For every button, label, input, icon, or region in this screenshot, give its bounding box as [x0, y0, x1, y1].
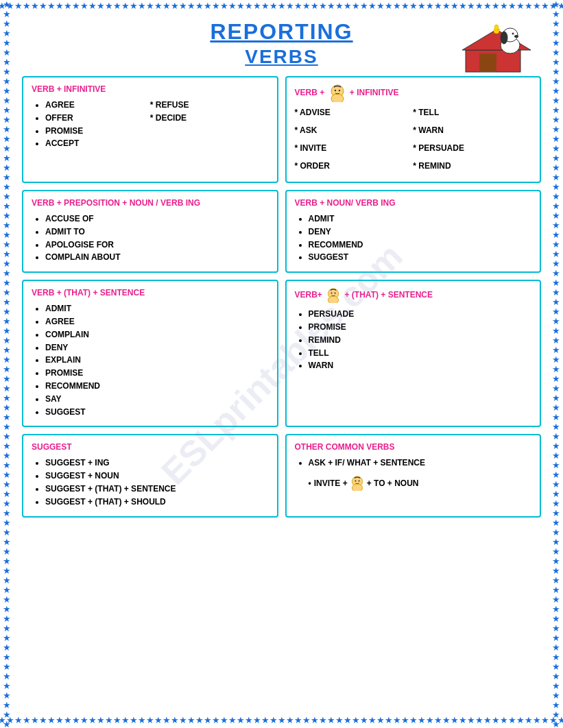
- stars-left-border: ★★★★★★★★★★★★★★★★★★★★★★★★★★★★★★★★★★★★★★★★…: [1, 0, 12, 728]
- list-item: PROMISE: [309, 321, 532, 333]
- list-item: ADMIT: [309, 213, 532, 225]
- list-item: COMPLAIN ABOUT: [45, 252, 269, 263]
- list-item: AGREE: [45, 99, 150, 111]
- stars-right-border: ★★★★★★★★★★★★★★★★★★★★★★★★★★★★★★★★★★★★★★★★…: [551, 0, 562, 728]
- verb-obj-infinitive-title: VERB + + INFINITIVE: [295, 84, 532, 102]
- stars-bottom-border: ★★★★★★★★★★★★★★★★★★★★★★★★★★★★★★★★★★★★★★★★…: [0, 716, 563, 727]
- title-infinitive-end: + INFINITIVE: [350, 88, 399, 97]
- list-item: SUGGEST + (THAT) + SHOULD: [45, 496, 269, 508]
- verb-prep-noun-box: VERB + PREPOSITION + NOUN / VERB ING ACC…: [22, 190, 278, 273]
- suggest-title: SUGGEST: [32, 442, 269, 452]
- verb-that-sentence-list: ADMIT AGREE COMPLAIN DENY EXPLAIN PROMIS…: [32, 303, 269, 417]
- row-3: VERB + (THAT) + SENTENCE ADMIT AGREE COM…: [22, 280, 541, 427]
- list-item: DENY: [309, 226, 532, 238]
- charlie-brown-icon-3: [350, 476, 365, 491]
- svg-point-6: [512, 33, 514, 35]
- row-1: VERB + INFINITIVE AGREE OFFER PROMISE AC…: [22, 76, 541, 183]
- bullet-symbol: •: [309, 478, 311, 488]
- invite-text-start: INVITE +: [314, 478, 348, 488]
- invite-entry: • INVITE + + TO + NOUN: [295, 476, 532, 491]
- title-section: REPORTING VERBS: [22, 19, 541, 68]
- list-item: REMIND: [309, 335, 532, 346]
- list-item: APOLOGISE FOR: [45, 239, 269, 251]
- entry: * TELL: [413, 108, 531, 117]
- verb-noun-verbing-title: VERB + NOUN/ VERB ING: [295, 198, 532, 208]
- suggest-box: SUGGEST SUGGEST + ING SUGGEST + NOUN SUG…: [22, 434, 278, 517]
- content-area: REPORTING VERBS: [5, 5, 558, 529]
- verb-prep-noun-title: VERB + PREPOSITION + NOUN / VERB ING: [32, 198, 269, 208]
- row-4: SUGGEST SUGGEST + ING SUGGEST + NOUN SUG…: [22, 434, 541, 517]
- other-common-list: ASK + IF/ WHAT + SENTENCE: [295, 457, 532, 469]
- list-item: WARN: [309, 360, 532, 372]
- charlie-brown-icon: [328, 84, 346, 102]
- verb-obj-that-sentence-title: VERB+ + (THAT) + SENTENCE: [295, 288, 532, 303]
- suggest-list: SUGGEST + ING SUGGEST + NOUN SUGGEST + (…: [32, 457, 269, 507]
- list-item: PROMISE: [45, 367, 269, 379]
- list-item: TELL: [309, 348, 532, 359]
- list-item: PROMISE: [45, 125, 150, 137]
- verb-infinitive-right-list: * REFUSE * DECIDE: [150, 99, 269, 151]
- list-item: COMPLAIN: [45, 329, 269, 341]
- list-item: SUGGEST + NOUN: [45, 470, 269, 482]
- verb-that-sentence-box: VERB + (THAT) + SENTENCE ADMIT AGREE COM…: [22, 280, 278, 427]
- svg-point-5: [501, 32, 507, 44]
- entry: * WARN: [413, 125, 531, 135]
- verb-obj-that-sentence-list: PERSUADE PROMISE REMIND TELL WARN: [295, 308, 532, 372]
- svg-rect-2: [479, 53, 496, 72]
- verb-infinitive-title: VERB + INFINITIVE: [32, 84, 269, 94]
- page: document.addEventListener('DOMContentLoa…: [0, 0, 563, 728]
- list-item: SUGGEST + (THAT) + SENTENCE: [45, 483, 269, 495]
- list-item: ACCUSE OF: [45, 213, 269, 225]
- title-verb-plus2: VERB+: [295, 290, 325, 300]
- list-item: PERSUADE: [309, 308, 532, 320]
- list-item: * REFUSE: [150, 99, 269, 111]
- snoopy-icon: [459, 12, 534, 74]
- list-item: AGREE: [45, 316, 269, 328]
- svg-point-13: [334, 90, 335, 91]
- entry: * PERSUADE: [413, 143, 531, 153]
- list-item: EXPLAIN: [45, 354, 269, 366]
- charlie-brown-icon-2: [326, 288, 341, 303]
- list-item: RECOMMEND: [309, 239, 532, 251]
- svg-point-20: [352, 484, 362, 491]
- invite-text-end: + TO + NOUN: [367, 478, 419, 488]
- svg-point-17: [331, 293, 333, 294]
- entry: * REMIND: [413, 161, 531, 171]
- list-item: RECOMMEND: [45, 380, 269, 392]
- list-item: ASK + IF/ WHAT + SENTENCE: [309, 457, 532, 469]
- entry: * ASK: [295, 125, 414, 135]
- verb-infinitive-content: AGREE OFFER PROMISE ACCEPT * REFUSE * DE…: [32, 99, 269, 151]
- svg-point-18: [335, 293, 336, 294]
- title-that-sentence-end: + (THAT) + SENTENCE: [345, 290, 433, 300]
- svg-point-9: [494, 25, 499, 30]
- verb-noun-verbing-box: VERB + NOUN/ VERB ING ADMIT DENY RECOMME…: [285, 190, 542, 273]
- stars-top-border: document.addEventListener('DOMContentLoa…: [0, 1, 563, 12]
- list-item: SUGGEST: [45, 407, 269, 418]
- verb-obj-inf-entries: * ADVISE * TELL * ASK * WARN * INVITE * …: [295, 108, 532, 175]
- list-item: SUGGEST + ING: [45, 457, 269, 469]
- svg-point-14: [338, 90, 339, 91]
- list-item: ADMIT TO: [45, 226, 269, 238]
- verb-prep-noun-list: ACCUSE OF ADMIT TO APOLOGISE FOR COMPLAI…: [32, 213, 269, 263]
- verb-noun-verbing-list: ADMIT DENY RECOMMEND SUGGEST: [295, 213, 532, 263]
- list-item: ADMIT: [45, 303, 269, 315]
- title-verb-plus: VERB +: [295, 88, 327, 97]
- svg-point-21: [355, 481, 356, 482]
- entry: * ORDER: [295, 161, 414, 171]
- row-2: VERB + PREPOSITION + NOUN / VERB ING ACC…: [22, 190, 541, 273]
- entry: * ADVISE: [295, 108, 414, 117]
- svg-point-12: [331, 94, 344, 102]
- list-item: * DECIDE: [150, 112, 269, 124]
- entry: * INVITE: [295, 143, 414, 153]
- svg-point-22: [358, 481, 359, 482]
- svg-point-16: [328, 296, 339, 303]
- verb-infinitive-left-list: AGREE OFFER PROMISE ACCEPT: [32, 99, 150, 151]
- list-item: SAY: [45, 393, 269, 405]
- verb-infinitive-box: VERB + INFINITIVE AGREE OFFER PROMISE AC…: [22, 76, 278, 183]
- other-common-verbs-title: OTHER COMMON VERBS: [295, 442, 532, 452]
- list-item: DENY: [45, 342, 269, 354]
- verb-that-sentence-title: VERB + (THAT) + SENTENCE: [32, 288, 269, 298]
- verb-obj-that-sentence-box: VERB+ + (THAT) + SENTENCE PERSUADE PROMI…: [285, 280, 542, 427]
- list-item: SUGGEST: [309, 252, 532, 263]
- list-item: OFFER: [45, 112, 150, 124]
